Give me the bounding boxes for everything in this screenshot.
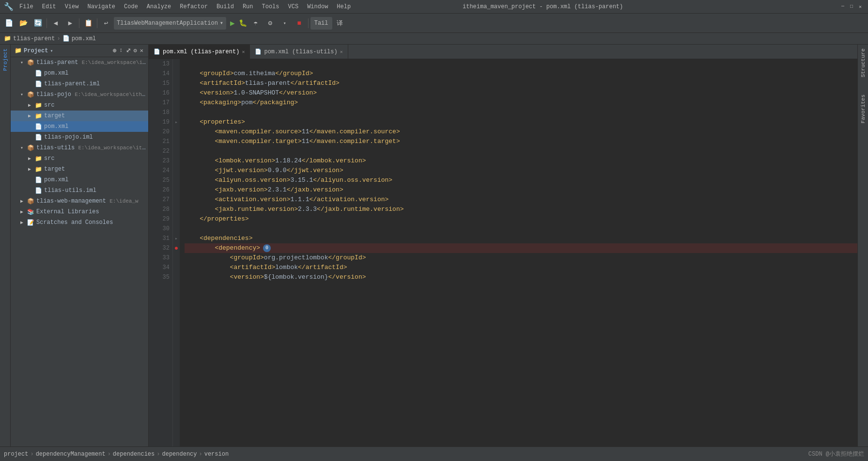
open-button[interactable]: 📂 <box>16 16 30 30</box>
line-num: 19 <box>149 117 170 127</box>
code-editor[interactable]: <groupId>com.itheima</groupId> <artifact… <box>180 59 857 446</box>
tree-item-pom-parent[interactable]: ▶ 📄 pom.xml <box>11 68 148 79</box>
settings-icon[interactable]: ⚙ <box>133 47 138 55</box>
minimize-button[interactable]: ─ <box>839 3 847 11</box>
tree-item-parent-iml[interactable]: ▶ 📄 tlias-parent.iml <box>11 79 148 89</box>
line-num: 29 <box>149 214 170 224</box>
line-num: 28 <box>149 205 170 214</box>
menu-tools[interactable]: Tools <box>258 2 283 11</box>
code-line-14: <groupId>com.itheima</groupId> <box>185 69 857 79</box>
tree-item-utils-iml[interactable]: ▶ 📄 tlias-utils.iml <box>11 185 148 196</box>
file-tab-pom-parent[interactable]: 📄 pom.xml (tlias-parent) ✕ <box>149 45 250 59</box>
close-button[interactable]: ✕ <box>856 3 864 11</box>
gutter-line-breakpoint[interactable]: ● <box>173 243 180 253</box>
status-dependency[interactable]: dependency <box>162 451 197 458</box>
menu-view[interactable]: View <box>61 2 83 11</box>
tree-item-pom-pojo[interactable]: ▶ 📄 pom.xml <box>11 121 148 132</box>
menu-vcs[interactable]: VCS <box>284 2 303 11</box>
menu-edit[interactable]: Edit <box>38 2 60 11</box>
tree-item-pom-utils[interactable]: ▶ 📄 pom.xml <box>11 175 148 185</box>
run-button[interactable]: ▶ <box>229 18 236 28</box>
sync-button[interactable]: 🔄 <box>31 16 45 30</box>
collapse-icon[interactable]: ⤢ <box>125 47 132 55</box>
favorites-panel-tab[interactable]: Favorites <box>859 91 867 127</box>
file-tab-pom-utils[interactable]: 📄 pom.xml (tlias-utils) ✕ <box>250 45 348 59</box>
project-panel-tab[interactable]: Project <box>1 45 9 75</box>
line-num: 20 <box>149 127 170 137</box>
menu-analyze[interactable]: Analyze <box>143 2 175 11</box>
sort-icon[interactable]: ↕ <box>118 47 124 55</box>
run-config-dropdown[interactable]: TliasWebManagementApplication ▾ <box>114 17 226 30</box>
close-tab-icon[interactable]: ✕ <box>242 49 245 55</box>
code-line-29: </properties> <box>185 214 857 224</box>
menu-navigate[interactable]: Navigate <box>83 2 119 11</box>
code-line-22 <box>185 146 857 156</box>
tree-item-pojo-iml[interactable]: ▶ 📄 tlias-pojo.iml <box>11 132 148 143</box>
tree-item-scratches[interactable]: ▶ 📝 Scratches and Consoles <box>11 217 148 228</box>
tree-item-src-utils[interactable]: ▶ 📁 src <box>11 153 148 164</box>
status-sep: › <box>156 451 160 458</box>
tab-label: pom.xml (tlias-parent) <box>163 48 239 55</box>
profile-button[interactable]: ⚙ <box>264 16 277 30</box>
menu-build[interactable]: Build <box>213 2 238 11</box>
xml-file-icon: 📄 <box>35 70 43 77</box>
tree-item-target-pojo[interactable]: ▶ 📁 target <box>11 111 148 121</box>
status-dependency-mgmt[interactable]: dependencyManagement <box>36 451 106 458</box>
forward-button[interactable]: ▶ <box>63 16 77 30</box>
breadcrumb-pom-xml[interactable]: pom.xml <box>72 35 96 42</box>
tree-item-src-pojo[interactable]: ▶ 📁 src <box>11 100 148 111</box>
breadcrumb-tlias-parent[interactable]: tlias-parent <box>13 35 55 42</box>
code-line-19: <properties> <box>185 117 857 127</box>
status-dependencies[interactable]: dependencies <box>113 451 155 458</box>
tree-item-tlias-pojo[interactable]: ▾ 📦 tlias-pojo E:\idea_workspace\itheir <box>11 89 148 100</box>
module-icon: 📦 <box>27 59 35 66</box>
gutter-line <box>173 137 180 146</box>
menu-refactor[interactable]: Refactor <box>176 2 212 11</box>
code-line-16: <version>1.0-SNAPSHOT</version> <box>185 88 857 98</box>
tree-item-tlias-utils[interactable]: ▾ 📦 tlias-utils E:\idea_workspace\itheim <box>11 143 148 153</box>
new-file-button[interactable]: 📄 <box>2 16 16 30</box>
breadcrumb-xml-icon: 📄 <box>62 35 70 42</box>
line-num: 18 <box>149 108 170 117</box>
tree-label: src <box>44 102 55 109</box>
recent-files-button[interactable]: 📋 <box>81 16 95 30</box>
toolbar-separator-1 <box>46 18 47 28</box>
right-panel-tabs: Structure Favorites <box>857 45 868 446</box>
stop-button[interactable]: ■ <box>293 16 306 30</box>
menu-file[interactable]: File <box>16 2 37 11</box>
back-button[interactable]: ◀ <box>49 16 62 30</box>
maximize-button[interactable]: □ <box>848 3 855 11</box>
status-bar: project › dependencyManagement › depende… <box>0 446 868 461</box>
status-project[interactable]: project <box>4 451 28 458</box>
more-run-button[interactable]: ▾ <box>278 16 292 30</box>
tail-button[interactable]: Tail <box>310 17 332 30</box>
hide-icon[interactable]: ✕ <box>139 47 144 55</box>
debug-button[interactable]: 🐛 <box>238 19 248 27</box>
library-icon: 📚 <box>27 208 35 216</box>
expand-arrow: ▶ <box>20 220 27 225</box>
tree-label: External Libraries <box>36 208 99 215</box>
gutter-line <box>173 59 180 69</box>
tree-item-external-libs[interactable]: ▶ 📚 External Libraries <box>11 207 148 217</box>
module-icon: 📦 <box>27 91 35 98</box>
coverage-button[interactable]: ☂ <box>249 16 263 30</box>
status-version[interactable]: version <box>204 451 229 458</box>
run-config-label: TliasWebManagementApplication <box>117 20 218 27</box>
gutter-line <box>173 224 180 234</box>
tree-item-tlias-web[interactable]: ▶ 📦 tlias-web-management E:\idea_w <box>11 196 148 207</box>
menu-code[interactable]: Code <box>120 2 142 11</box>
menu-run[interactable]: Run <box>239 2 257 11</box>
menu-window[interactable]: Window <box>303 2 332 11</box>
tree-item-target-utils[interactable]: ▶ 📁 target <box>11 164 148 175</box>
tree-item-tlias-parent[interactable]: ▾ 📦 tlias-parent E:\idea_workspace\ithi <box>11 57 148 68</box>
translate-button[interactable]: 译 <box>333 16 347 30</box>
tab-label: pom.xml (tlias-utils) <box>264 48 337 55</box>
project-dropdown-icon[interactable]: ▾ <box>50 48 53 54</box>
scope-icon[interactable]: ⊕ <box>112 47 117 55</box>
menu-help[interactable]: Help <box>333 2 355 11</box>
tree-label: pom.xml <box>44 70 68 77</box>
gutter-line-arrow: ▸ <box>173 234 180 243</box>
close-tab-icon[interactable]: ✕ <box>340 49 343 55</box>
structure-panel-tab[interactable]: Structure <box>859 45 867 81</box>
undo-button[interactable]: ↩ <box>99 16 113 30</box>
